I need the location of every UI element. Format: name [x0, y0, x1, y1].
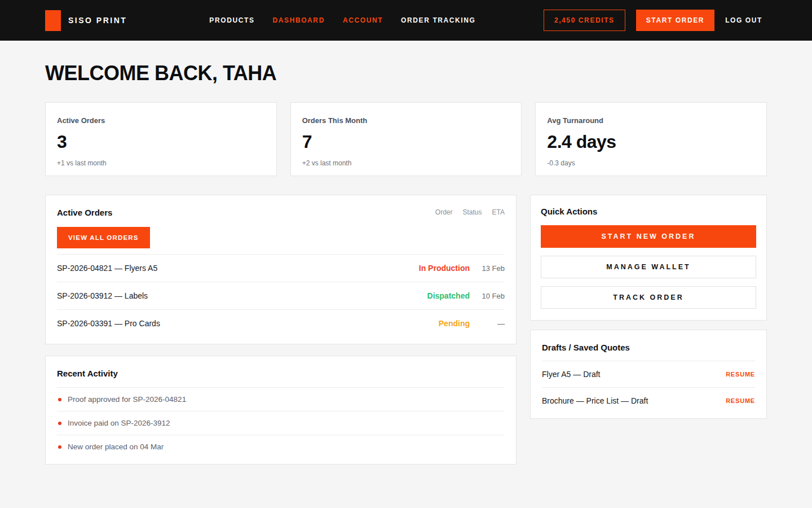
- column-header-eta: ETA: [492, 208, 505, 216]
- stat-value: 7: [302, 132, 510, 152]
- dashboard-grid: Active Orders Order Status ETA VIEW ALL …: [45, 195, 767, 465]
- manage-wallet-button[interactable]: MANAGE WALLET: [541, 256, 756, 278]
- left-column: Active Orders Order Status ETA VIEW ALL …: [45, 195, 517, 465]
- stat-label: Orders This Month: [302, 116, 510, 125]
- orders-column-headers: Order Status ETA: [435, 208, 505, 216]
- stat-delta: +2 vs last month: [302, 159, 510, 167]
- nav-links: PRODUCTS DASHBOARD ACCOUNT ORDER TRACKIN…: [209, 16, 475, 24]
- list-item: Invoice paid on SP-2026-3912: [57, 411, 505, 435]
- list-item: Proof approved for SP-2026-04821: [57, 387, 505, 411]
- order-id: SP-2026-03912 — Labels: [57, 291, 427, 300]
- activity-text: Proof approved for SP-2026-04821: [68, 395, 186, 404]
- main-content: WELCOME BACK, TAHA Active Orders 3 +1 vs…: [0, 62, 812, 465]
- list-item: New order placed on 04 Mar: [57, 435, 505, 458]
- stat-label: Avg Turnaround: [547, 116, 755, 125]
- track-order-button[interactable]: TRACK ORDER: [541, 286, 756, 309]
- brand-logo[interactable]: SISO PRINT: [45, 10, 127, 31]
- stat-card-avg-turnaround: Avg Turnaround 2.4 days -0.3 days: [535, 102, 767, 176]
- nav-link-account[interactable]: ACCOUNT: [343, 16, 383, 24]
- stat-label: Active Orders: [57, 116, 265, 125]
- status-badge: Dispatched: [427, 291, 470, 300]
- quick-actions-title: Quick Actions: [541, 207, 756, 216]
- active-orders-header: Active Orders Order Status ETA: [57, 208, 505, 217]
- orders-list: SP-2026-04821 — Flyers A5 In Production …: [57, 254, 505, 337]
- column-header-status: Status: [463, 208, 482, 216]
- nav-link-order-tracking[interactable]: ORDER TRACKING: [401, 16, 475, 24]
- page-title: WELCOME BACK, TAHA: [45, 62, 767, 85]
- order-id: SP-2026-03391 — Pro Cards: [57, 319, 439, 328]
- brand-logo-icon: [45, 10, 61, 31]
- stat-value: 3: [57, 132, 265, 152]
- stat-card-orders-this-month: Orders This Month 7 +2 vs last month: [290, 102, 522, 176]
- order-eta: —: [470, 319, 505, 328]
- drafts-panel: Drafts / Saved Quotes Flyer A5 — Draft R…: [530, 330, 767, 419]
- stats-row: Active Orders 3 +1 vs last month Orders …: [45, 102, 767, 176]
- logout-link[interactable]: LOG OUT: [725, 16, 762, 24]
- resume-link[interactable]: RESUME: [726, 371, 755, 378]
- table-row[interactable]: SP-2026-03912 — Labels Dispatched 10 Feb: [57, 282, 505, 309]
- nav-link-dashboard[interactable]: DASHBOARD: [273, 16, 325, 24]
- list-item: Brochure — Price List — Draft RESUME: [542, 387, 755, 414]
- nav-link-products[interactable]: PRODUCTS: [209, 16, 254, 24]
- activity-text: Invoice paid on SP-2026-3912: [68, 419, 170, 427]
- right-column: Quick Actions START NEW ORDER MANAGE WAL…: [530, 195, 767, 419]
- activity-dot-icon: [58, 398, 61, 401]
- resume-link[interactable]: RESUME: [726, 397, 755, 404]
- column-header-order: Order: [435, 208, 453, 216]
- start-new-order-button[interactable]: START NEW ORDER: [541, 225, 756, 248]
- draft-name: Flyer A5 — Draft: [542, 370, 600, 379]
- activity-dot-icon: [58, 445, 61, 449]
- stat-delta: +1 vs last month: [57, 159, 265, 167]
- credits-button[interactable]: 2,450 CREDITS: [544, 10, 625, 31]
- status-badge: Pending: [439, 319, 470, 328]
- status-badge: In Production: [419, 264, 470, 273]
- start-order-button[interactable]: START ORDER: [636, 10, 714, 31]
- table-row[interactable]: SP-2026-03391 — Pro Cards Pending —: [57, 309, 505, 337]
- recent-activity-panel: Recent Activity Proof approved for SP-20…: [45, 356, 517, 465]
- brand-name: SISO PRINT: [68, 16, 127, 25]
- drafts-list: Flyer A5 — Draft RESUME Brochure — Price…: [542, 361, 755, 414]
- activity-dot-icon: [58, 422, 61, 425]
- order-eta: 13 Feb: [470, 264, 505, 273]
- nav-right-group: 2,450 CREDITS START ORDER LOG OUT: [544, 10, 762, 31]
- active-orders-panel: Active Orders Order Status ETA VIEW ALL …: [45, 195, 517, 344]
- list-item: Flyer A5 — Draft RESUME: [542, 361, 755, 387]
- order-eta: 10 Feb: [470, 292, 505, 300]
- order-id: SP-2026-04821 — Flyers A5: [57, 264, 419, 273]
- draft-name: Brochure — Price List — Draft: [542, 396, 648, 405]
- stat-value: 2.4 days: [547, 132, 755, 152]
- recent-activity-title: Recent Activity: [57, 369, 505, 378]
- activity-list: Proof approved for SP-2026-04821 Invoice…: [57, 387, 505, 458]
- activity-text: New order placed on 04 Mar: [68, 443, 164, 451]
- top-nav: SISO PRINT PRODUCTS DASHBOARD ACCOUNT OR…: [0, 0, 812, 41]
- stat-card-active-orders: Active Orders 3 +1 vs last month: [45, 102, 277, 176]
- stat-delta: -0.3 days: [547, 159, 755, 167]
- quick-actions-panel: Quick Actions START NEW ORDER MANAGE WAL…: [530, 195, 767, 321]
- drafts-title: Drafts / Saved Quotes: [542, 343, 755, 352]
- view-all-orders-button[interactable]: VIEW ALL ORDERS: [57, 227, 150, 248]
- table-row[interactable]: SP-2026-04821 — Flyers A5 In Production …: [57, 254, 505, 282]
- active-orders-title: Active Orders: [57, 208, 112, 217]
